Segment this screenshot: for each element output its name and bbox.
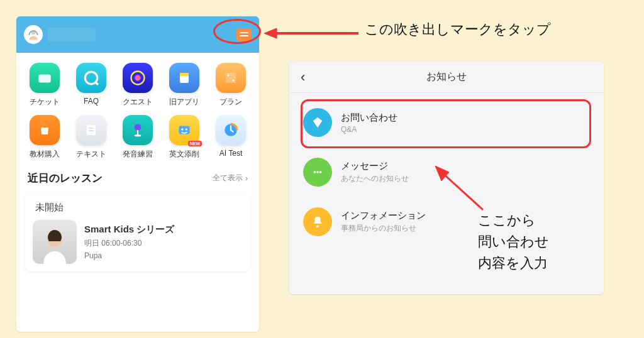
app-FAQ[interactable]: FAQ [68, 63, 114, 107]
app-icon-5 [30, 115, 60, 145]
annotation-arrow-left [264, 25, 365, 41]
noti-subtitle: Q&A [341, 125, 397, 134]
show-all-link[interactable]: 全て表示 › [213, 173, 248, 183]
notifications-screen: ‹ お知らせ お問い合わせ Q&A メッセージ あなたへのお知らせ インフォメー… [289, 62, 604, 294]
app-チケット[interactable]: チケット [21, 63, 68, 107]
app-label: チケット [30, 97, 60, 107]
svg-point-22 [314, 171, 316, 173]
svg-point-23 [316, 171, 319, 173]
svg-rect-1 [38, 75, 51, 83]
app-旧アプリ[interactable]: 旧アプリ [161, 63, 208, 107]
app-icon-0 [30, 63, 60, 93]
show-all-label: 全て表示 [213, 173, 243, 183]
avatar[interactable] [24, 25, 43, 44]
svg-point-19 [186, 128, 187, 130]
notifications-nav: ‹ お知らせ [289, 62, 604, 93]
app-label: テキスト [76, 149, 106, 160]
annotation-top-text: この吹き出しマークをタップ [365, 19, 551, 40]
svg-point-5 [135, 75, 140, 80]
app-icon-3 [169, 63, 199, 93]
noti-title: メッセージ [341, 160, 409, 172]
username-blurred [48, 28, 96, 41]
svg-point-16 [135, 134, 142, 136]
new-badge: NEW [188, 141, 202, 146]
svg-point-24 [319, 171, 322, 173]
app-英文添削[interactable]: NEW英文添削 [161, 115, 208, 160]
svg-rect-8 [226, 73, 236, 83]
app-label: 発音練習 [123, 149, 153, 160]
noti-subtitle: あなたへのお知らせ [341, 173, 409, 184]
app-AI Test[interactable]: AI Test [208, 115, 254, 160]
app-icon-9 [216, 115, 246, 145]
svg-point-10 [233, 80, 235, 82]
noti-icon-dots [303, 158, 332, 187]
app-label: クエスト [123, 97, 153, 107]
tutor-name: Pupa [84, 251, 174, 260]
back-button[interactable]: ‹ [301, 70, 305, 84]
svg-rect-11 [87, 125, 96, 135]
app-発音練習[interactable]: 発音練習 [114, 115, 161, 160]
lesson-card[interactable]: 未開始 Smart Kids シリーズ 明日 06:00-06:30 Pupa [25, 194, 250, 271]
svg-point-9 [228, 75, 230, 77]
notifications-title: お知らせ [426, 70, 467, 84]
noti-title: お問い合わせ [341, 112, 397, 124]
noti-subtitle: 事務局からのお知らせ [341, 223, 426, 234]
lesson-time: 明日 06:00-06:30 [84, 238, 174, 249]
app-home-screen: チケットFAQクエスト旧アプリプラン教材購入テキスト発音練習NEW英文添削AI … [16, 16, 259, 332]
app-icon-2 [123, 63, 153, 93]
app-label: FAQ [84, 97, 99, 106]
noti-icon-diamond [303, 108, 332, 137]
lesson-series: Smart Kids シリーズ [84, 224, 174, 236]
svg-marker-27 [264, 28, 277, 38]
noti-item-2[interactable]: インフォメーション 事務局からのお知らせ [289, 197, 604, 247]
svg-line-3 [96, 82, 98, 85]
app-icon-grid: チケットFAQクエスト旧アプリプラン教材購入テキスト発音練習NEW英文添削AI … [16, 53, 259, 162]
noti-item-1[interactable]: メッセージ あなたへのお知らせ [289, 148, 604, 197]
chevron-right-icon: › [245, 174, 248, 183]
app-icon-7 [123, 115, 153, 145]
tutor-photo [33, 220, 77, 264]
annotation-side-text: ここから 問い合わせ 内容を入力 [478, 210, 549, 274]
messages-icon[interactable] [236, 28, 252, 41]
svg-point-14 [135, 124, 142, 131]
noti-item-0[interactable]: お問い合わせ Q&A [289, 98, 604, 148]
app-label: 教材購入 [30, 149, 60, 160]
app-テキスト[interactable]: テキスト [68, 115, 114, 160]
app-label: 英文添削 [169, 149, 199, 160]
app-label: プラン [219, 97, 242, 107]
app-クエスト[interactable]: クエスト [114, 63, 161, 107]
app-header [16, 16, 259, 53]
app-プラン[interactable]: プラン [208, 63, 254, 107]
noti-title: インフォメーション [341, 210, 426, 222]
app-icon-4 [216, 63, 246, 93]
svg-rect-7 [180, 73, 189, 76]
notifications-list: お問い合わせ Q&A メッセージ あなたへのお知らせ インフォメーション 事務局… [289, 93, 604, 247]
app-icon-1 [76, 63, 106, 93]
lessons-section-header: 近日のレッスン 全て表示 › [16, 162, 259, 190]
app-label: AI Test [219, 149, 242, 158]
lessons-title: 近日のレッスン [28, 171, 103, 185]
app-教材購入[interactable]: 教材購入 [21, 115, 68, 160]
svg-point-18 [181, 128, 183, 130]
app-icon-6 [76, 115, 106, 145]
app-label: 旧アプリ [169, 97, 199, 107]
svg-point-25 [316, 226, 319, 228]
app-icon-8: NEW [169, 115, 199, 145]
noti-icon-bell [303, 207, 332, 236]
svg-rect-15 [137, 130, 138, 135]
lesson-status: 未開始 [35, 202, 243, 214]
